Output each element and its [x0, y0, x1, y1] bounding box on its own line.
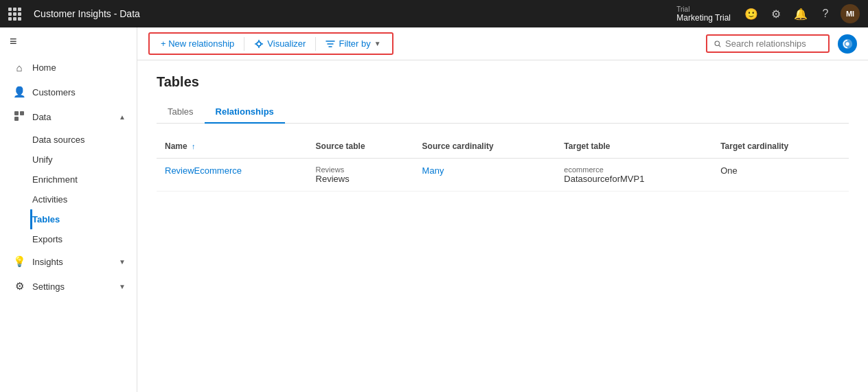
bell-icon[interactable]: 🔔: [791, 4, 810, 23]
tabs: Tables Relationships: [157, 101, 849, 124]
data-icon: [13, 111, 25, 124]
svg-point-11: [845, 42, 849, 45]
sidebar-label-data: Data: [32, 112, 51, 122]
visualizer-button[interactable]: Visualizer: [247, 35, 312, 52]
toolbar-actions-group: + New relationship Visualizer Filter by …: [148, 32, 393, 55]
search-input[interactable]: [725, 38, 821, 49]
sidebar-label-insights: Insights: [32, 257, 63, 267]
col-target-table: Target table: [556, 135, 712, 159]
settings-expand-icon: ▼: [119, 283, 126, 290]
visualizer-label: Visualizer: [267, 38, 306, 49]
svg-rect-2: [14, 117, 19, 121]
sidebar-item-settings[interactable]: ⚙ Settings ▼: [0, 274, 137, 299]
source-cardinality-value: Many: [422, 165, 444, 176]
trial-label: Trial: [676, 5, 689, 13]
help-icon[interactable]: ?: [816, 4, 835, 23]
sidebar-item-enrichment[interactable]: Enrichment: [30, 170, 137, 189]
source-table-sub: Reviews: [316, 165, 406, 174]
col-target-cardinality: Target cardinality: [712, 135, 849, 159]
col-source-table: Source table: [308, 135, 414, 159]
cell-name: ReviewEcommerce: [157, 159, 308, 192]
settings-sidebar-icon: ⚙: [13, 280, 25, 292]
ci-logo: [838, 34, 857, 54]
target-table-value: DatasourceforMVP1: [564, 174, 704, 184]
cell-source-table: Reviews Reviews: [308, 159, 414, 192]
home-icon: ⌂: [13, 62, 25, 73]
sidebar-data-subitems: Data sources Unify Enrichment Activities…: [0, 130, 137, 249]
settings-icon[interactable]: ⚙: [766, 4, 786, 23]
sidebar-item-tables[interactable]: Tables: [30, 209, 137, 229]
app-body: ≡ ⌂ Home 👤 Customers Data ▲ Data sources…: [0, 27, 868, 392]
toolbar-divider-1: [244, 37, 244, 51]
waffle-icon[interactable]: [8, 8, 21, 21]
page-title: Tables: [157, 74, 849, 90]
new-relationship-button[interactable]: + New relationship: [154, 35, 241, 52]
target-table-sub: ecommerce: [564, 165, 704, 174]
sidebar-item-data-sources[interactable]: Data sources: [30, 130, 137, 150]
source-table-value: Reviews: [316, 174, 406, 184]
cell-target-cardinality: One: [712, 159, 849, 192]
sidebar-label-settings: Settings: [32, 281, 65, 292]
filter-dropdown-icon: ▼: [374, 40, 381, 47]
sidebar: ≡ ⌂ Home 👤 Customers Data ▲ Data sources…: [0, 27, 137, 392]
sidebar-item-activities[interactable]: Activities: [30, 189, 137, 209]
feedback-icon[interactable]: 🙂: [742, 4, 761, 23]
app-title: Customer Insights - Data: [34, 8, 670, 19]
customers-icon: 👤: [13, 86, 25, 98]
filter-by-label: Filter by: [339, 38, 370, 49]
visualizer-icon: [254, 39, 264, 49]
page-content: Tables Tables Relationships Name ↑: [137, 60, 868, 392]
svg-point-8: [715, 41, 719, 45]
target-cardinality-value: One: [720, 165, 738, 176]
cell-source-cardinality: Many: [414, 159, 556, 192]
toolbar: + New relationship Visualizer Filter by …: [137, 27, 868, 60]
sidebar-label-home: Home: [32, 62, 56, 73]
table-row: ReviewEcommerce Reviews Reviews Many eco…: [157, 159, 849, 192]
avatar[interactable]: MI: [841, 4, 860, 23]
insights-expand-icon: ▼: [119, 258, 126, 266]
col-source-cardinality: Source cardinality: [414, 135, 556, 159]
tab-tables[interactable]: Tables: [157, 101, 205, 124]
svg-line-9: [719, 45, 721, 47]
sidebar-item-customers[interactable]: 👤 Customers: [0, 80, 137, 104]
data-expand-icon: ▲: [119, 113, 126, 121]
sidebar-item-unify[interactable]: Unify: [30, 150, 137, 170]
search-box[interactable]: [706, 34, 830, 53]
cell-target-table: ecommerce DatasourceforMVP1: [556, 159, 712, 192]
sidebar-item-exports[interactable]: Exports: [30, 229, 137, 249]
sidebar-toggle[interactable]: ≡: [0, 27, 137, 56]
trial-info: Trial Marketing Trial: [676, 5, 731, 23]
top-bar-icons: Trial Marketing Trial 🙂 ⚙ 🔔 ? MI: [676, 4, 860, 23]
insights-icon: 💡: [13, 255, 25, 268]
table-header: Name ↑ Source table Source cardinality T…: [157, 135, 849, 159]
svg-rect-1: [20, 111, 24, 115]
search-icon: [714, 39, 721, 49]
relationship-name-link[interactable]: ReviewEcommerce: [165, 165, 242, 176]
filter-icon: [326, 39, 335, 49]
top-bar: Customer Insights - Data Trial Marketing…: [0, 0, 868, 27]
col-name: Name ↑: [157, 135, 308, 159]
main-content: + New relationship Visualizer Filter by …: [137, 27, 868, 392]
sidebar-label-customers: Customers: [32, 87, 76, 97]
table-body: ReviewEcommerce Reviews Reviews Many eco…: [157, 159, 849, 192]
svg-rect-0: [14, 111, 19, 115]
sort-asc-icon: ↑: [192, 142, 196, 150]
sidebar-item-insights[interactable]: 💡 Insights ▼: [0, 249, 137, 274]
toolbar-divider-2: [315, 37, 316, 51]
tab-relationships[interactable]: Relationships: [205, 101, 285, 124]
filter-by-button[interactable]: Filter by ▼: [319, 35, 387, 52]
sidebar-item-data[interactable]: Data ▲: [0, 104, 137, 130]
relationships-table: Name ↑ Source table Source cardinality T…: [157, 135, 849, 192]
trial-name: Marketing Trial: [676, 13, 731, 23]
svg-point-3: [257, 42, 261, 46]
sidebar-item-home[interactable]: ⌂ Home: [0, 56, 137, 80]
